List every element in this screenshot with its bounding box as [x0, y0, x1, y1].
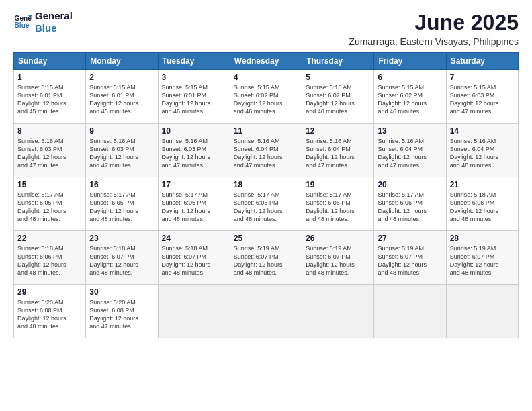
col-thursday: Thursday	[302, 53, 374, 70]
cell-jun18: 18 Sunrise: 5:17 AMSunset: 6:05 PMDaylig…	[230, 177, 302, 231]
cell-jun22: 22 Sunrise: 5:18 AMSunset: 6:06 PMDaylig…	[14, 231, 86, 285]
subtitle: Zumarraga, Eastern Visayas, Philippines	[349, 36, 519, 47]
title-area: June 2025 Zumarraga, Eastern Visayas, Ph…	[349, 10, 519, 47]
cell-empty-4	[374, 285, 446, 338]
cell-jun25: 25 Sunrise: 5:19 AMSunset: 6:07 PMDaylig…	[230, 231, 302, 285]
col-friday: Friday	[374, 53, 446, 70]
header-row: Sunday Monday Tuesday Wednesday Thursday…	[14, 53, 519, 70]
cell-jun8: 8 Sunrise: 5:16 AMSunset: 6:03 PMDayligh…	[14, 124, 86, 177]
cell-jun24: 24 Sunrise: 5:18 AMSunset: 6:07 PMDaylig…	[158, 231, 230, 285]
cell-jun15: 15 Sunrise: 5:17 AMSunset: 6:05 PMDaylig…	[14, 177, 86, 231]
cell-jun26: 26 Sunrise: 5:19 AMSunset: 6:07 PMDaylig…	[302, 231, 374, 285]
cell-jun5: 5 Sunrise: 5:15 AMSunset: 6:02 PMDayligh…	[302, 70, 374, 124]
cell-empty-3	[302, 285, 374, 338]
logo: General Blue General Blue	[13, 10, 73, 34]
cell-jun23: 23 Sunrise: 5:18 AMSunset: 6:07 PMDaylig…	[86, 231, 158, 285]
table-row: 15 Sunrise: 5:17 AMSunset: 6:05 PMDaylig…	[14, 177, 519, 231]
cell-jun7: 7 Sunrise: 5:15 AMSunset: 6:03 PMDayligh…	[446, 70, 518, 124]
cell-jun17: 17 Sunrise: 5:17 AMSunset: 6:05 PMDaylig…	[158, 177, 230, 231]
table-row: 29 Sunrise: 5:20 AMSunset: 6:08 PMDaylig…	[14, 285, 519, 338]
cell-jun10: 10 Sunrise: 5:16 AMSunset: 6:03 PMDaylig…	[158, 124, 230, 177]
cell-jun19: 19 Sunrise: 5:17 AMSunset: 6:06 PMDaylig…	[302, 177, 374, 231]
logo-line1: General	[35, 10, 73, 22]
page: General Blue General Blue June 2025 Zuma…	[0, 0, 532, 411]
table-row: 8 Sunrise: 5:16 AMSunset: 6:03 PMDayligh…	[14, 124, 519, 177]
cell-jun3: 3 Sunrise: 5:15 AMSunset: 6:01 PMDayligh…	[158, 70, 230, 124]
cell-empty-1	[158, 285, 230, 338]
col-wednesday: Wednesday	[230, 53, 302, 70]
cell-jun6: 6 Sunrise: 5:15 AMSunset: 6:02 PMDayligh…	[374, 70, 446, 124]
cell-jun11: 11 Sunrise: 5:16 AMSunset: 6:04 PMDaylig…	[230, 124, 302, 177]
cell-jun1: 1 Sunrise: 5:15 AMSunset: 6:01 PMDayligh…	[14, 70, 86, 124]
col-saturday: Saturday	[446, 53, 518, 70]
cell-jun13: 13 Sunrise: 5:16 AMSunset: 6:04 PMDaylig…	[374, 124, 446, 177]
cell-jun16: 16 Sunrise: 5:17 AMSunset: 6:05 PMDaylig…	[86, 177, 158, 231]
cell-jun2: 2 Sunrise: 5:15 AMSunset: 6:01 PMDayligh…	[86, 70, 158, 124]
cell-jun12: 12 Sunrise: 5:16 AMSunset: 6:04 PMDaylig…	[302, 124, 374, 177]
table-row: 1 Sunrise: 5:15 AMSunset: 6:01 PMDayligh…	[14, 70, 519, 124]
cell-jun29: 29 Sunrise: 5:20 AMSunset: 6:08 PMDaylig…	[14, 285, 86, 338]
cell-jun21: 21 Sunrise: 5:18 AMSunset: 6:06 PMDaylig…	[446, 177, 518, 231]
cell-empty-5	[446, 285, 518, 338]
cell-jun4: 4 Sunrise: 5:15 AMSunset: 6:02 PMDayligh…	[230, 70, 302, 124]
logo-icon: General Blue	[13, 13, 32, 32]
col-sunday: Sunday	[14, 53, 86, 70]
logo-line2: Blue	[35, 22, 73, 34]
svg-text:Blue: Blue	[15, 21, 30, 29]
col-monday: Monday	[86, 53, 158, 70]
cell-empty-2	[230, 285, 302, 338]
cell-jun27: 27 Sunrise: 5:19 AMSunset: 6:07 PMDaylig…	[374, 231, 446, 285]
cell-jun14: 14 Sunrise: 5:16 AMSunset: 6:04 PMDaylig…	[446, 124, 518, 177]
header: General Blue General Blue June 2025 Zuma…	[13, 10, 519, 47]
table-row: 22 Sunrise: 5:18 AMSunset: 6:06 PMDaylig…	[14, 231, 519, 285]
cell-jun9: 9 Sunrise: 5:16 AMSunset: 6:03 PMDayligh…	[86, 124, 158, 177]
col-tuesday: Tuesday	[158, 53, 230, 70]
cell-jun28: 28 Sunrise: 5:19 AMSunset: 6:07 PMDaylig…	[446, 231, 518, 285]
cell-jun20: 20 Sunrise: 5:17 AMSunset: 6:06 PMDaylig…	[374, 177, 446, 231]
cell-jun30: 30 Sunrise: 5:20 AMSunset: 6:08 PMDaylig…	[86, 285, 158, 338]
calendar: Sunday Monday Tuesday Wednesday Thursday…	[13, 52, 519, 338]
main-title: June 2025	[349, 10, 519, 35]
